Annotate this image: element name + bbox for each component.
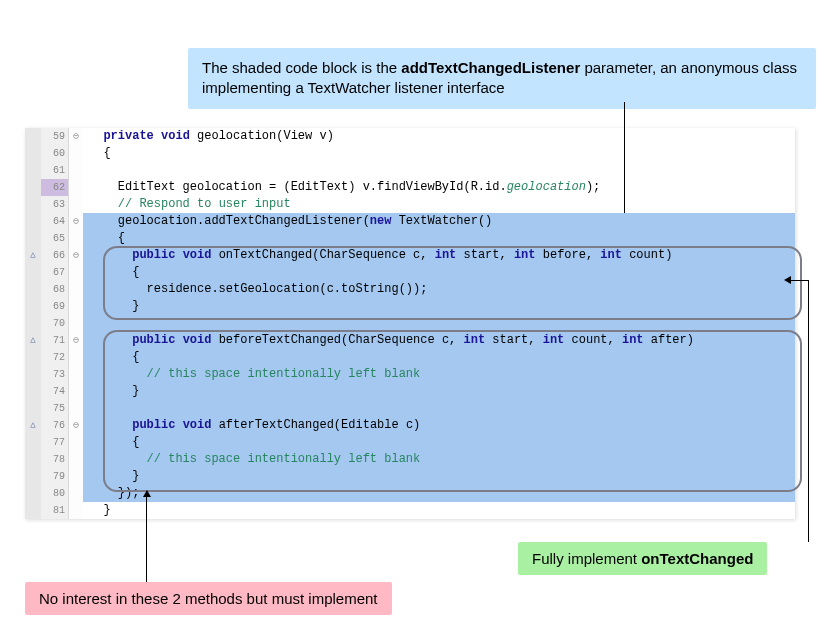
code-text: EditText geolocation = (EditText) v.find… — [83, 179, 795, 196]
line-number: 65 — [41, 230, 69, 247]
code-line: 59⊖ private void geolocation(View v) — [25, 128, 795, 145]
fold-icon — [69, 230, 83, 247]
callout-pink: No interest in these 2 methods but must … — [25, 582, 392, 615]
code-line: 73 // this space intentionally left blan… — [25, 366, 795, 383]
line-number: 62 — [41, 179, 69, 196]
gutter-marker — [25, 451, 41, 468]
gutter-marker — [25, 145, 41, 162]
gutter-marker: △ — [25, 332, 41, 349]
fold-icon — [69, 145, 83, 162]
code-text: } — [83, 383, 795, 400]
code-text: public void afterTextChanged(Editable c) — [83, 417, 795, 434]
code-text: { — [83, 349, 795, 366]
fold-icon: ⊖ — [69, 128, 83, 145]
code-text: }); — [83, 485, 795, 502]
code-line: 78 // this space intentionally left blan… — [25, 451, 795, 468]
code-line: 81 } — [25, 502, 795, 519]
code-line: 80 }); — [25, 485, 795, 502]
code-line: △71⊖ public void beforeTextChanged(CharS… — [25, 332, 795, 349]
line-number: 67 — [41, 264, 69, 281]
line-number: 71 — [41, 332, 69, 349]
line-number: 77 — [41, 434, 69, 451]
gutter-marker — [25, 162, 41, 179]
code-line: 61 — [25, 162, 795, 179]
code-text: // this space intentionally left blank — [83, 451, 795, 468]
line-number: 60 — [41, 145, 69, 162]
code-line: △76⊖ public void afterTextChanged(Editab… — [25, 417, 795, 434]
fold-icon — [69, 315, 83, 332]
gutter-marker — [25, 264, 41, 281]
code-text: } — [83, 468, 795, 485]
code-line: 64⊖ geolocation.addTextChangedListener(n… — [25, 213, 795, 230]
line-number: 79 — [41, 468, 69, 485]
code-text: // Respond to user input — [83, 196, 795, 213]
line-number: 61 — [41, 162, 69, 179]
line-number: 76 — [41, 417, 69, 434]
code-line: 65 { — [25, 230, 795, 247]
arrow-green-tip-icon — [784, 276, 791, 284]
callout-top: The shaded code block is the addTextChan… — [188, 48, 816, 109]
fold-icon — [69, 366, 83, 383]
line-number: 70 — [41, 315, 69, 332]
fold-icon — [69, 179, 83, 196]
fold-icon — [69, 400, 83, 417]
fold-icon — [69, 264, 83, 281]
line-number: 80 — [41, 485, 69, 502]
arrow-green — [808, 280, 809, 542]
code-text: { — [83, 264, 795, 281]
gutter-marker: △ — [25, 247, 41, 264]
code-text: public void beforeTextChanged(CharSequen… — [83, 332, 795, 349]
gutter-marker — [25, 230, 41, 247]
gutter-marker — [25, 434, 41, 451]
code-text: } — [83, 298, 795, 315]
gutter-marker — [25, 366, 41, 383]
gutter-marker — [25, 179, 41, 196]
fold-icon — [69, 349, 83, 366]
code-line: 62 EditText geolocation = (EditText) v.f… — [25, 179, 795, 196]
line-number: 74 — [41, 383, 69, 400]
code-line: △66⊖ public void onTextChanged(CharSeque… — [25, 247, 795, 264]
fold-icon — [69, 196, 83, 213]
gutter-marker: △ — [25, 417, 41, 434]
line-number: 72 — [41, 349, 69, 366]
callout-green-bold: onTextChanged — [641, 550, 753, 567]
code-line: 60 { — [25, 145, 795, 162]
code-text: { — [83, 434, 795, 451]
gutter-marker — [25, 196, 41, 213]
fold-icon — [69, 451, 83, 468]
gutter-marker — [25, 383, 41, 400]
code-line: 69 } — [25, 298, 795, 315]
code-line: 74 } — [25, 383, 795, 400]
line-number: 68 — [41, 281, 69, 298]
gutter-marker — [25, 400, 41, 417]
line-number: 78 — [41, 451, 69, 468]
code-line: 68 residence.setGeolocation(c.toString()… — [25, 281, 795, 298]
code-text: { — [83, 230, 795, 247]
callout-top-bold: addTextChangedListener — [401, 59, 580, 76]
line-number: 81 — [41, 502, 69, 519]
line-number: 69 — [41, 298, 69, 315]
code-text — [83, 162, 795, 179]
arrow-green-h — [790, 280, 808, 281]
gutter-marker — [25, 502, 41, 519]
fold-icon — [69, 502, 83, 519]
code-line: 75 — [25, 400, 795, 417]
gutter-marker — [25, 298, 41, 315]
gutter-marker — [25, 128, 41, 145]
fold-icon: ⊖ — [69, 213, 83, 230]
arrow-pink — [146, 491, 147, 582]
code-text: // this space intentionally left blank — [83, 366, 795, 383]
code-line: 77 { — [25, 434, 795, 451]
gutter-marker — [25, 349, 41, 366]
code-text — [83, 315, 795, 332]
code-text: { — [83, 145, 795, 162]
code-line: 63 // Respond to user input — [25, 196, 795, 213]
fold-icon — [69, 468, 83, 485]
code-text: geolocation.addTextChangedListener(new T… — [83, 213, 795, 230]
code-line: 72 { — [25, 349, 795, 366]
gutter-marker — [25, 468, 41, 485]
line-number: 73 — [41, 366, 69, 383]
code-editor: 59⊖ private void geolocation(View v)60 {… — [25, 128, 795, 519]
line-number: 64 — [41, 213, 69, 230]
gutter-marker — [25, 315, 41, 332]
